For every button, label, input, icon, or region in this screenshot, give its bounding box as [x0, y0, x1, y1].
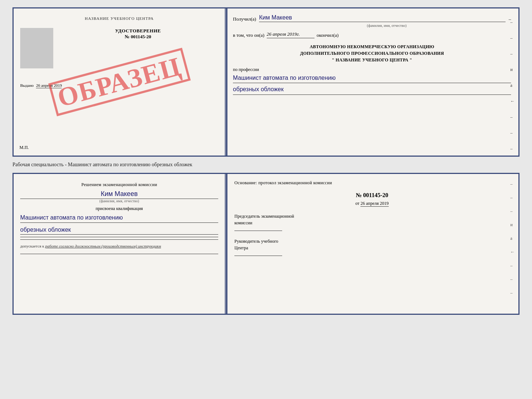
chairman-label2: комиссии: [234, 220, 510, 226]
head-label: Руководитель учебного: [234, 238, 510, 245]
qualification-value-1: Машинист автомата по изготовлению: [20, 213, 218, 223]
between-specialty-label: Рабочая специальность - Машинист автомат…: [12, 161, 520, 168]
issued-date: 26 апреля 2019: [36, 83, 62, 88]
recipient-name: Ким Макеев: [259, 14, 506, 22]
photo-placeholder: [20, 28, 53, 68]
fio-hint2: (фамилия, имя, отчество): [20, 199, 218, 203]
separator2: [20, 239, 218, 240]
cert-left-panel: НАЗВАНИЕ УЧЕБНОГО ЦЕНТРА УДОСТОВЕРЕНИЕ №…: [14, 8, 226, 156]
cert2-right-panel: Основание: протокол экзаменационной коми…: [226, 174, 518, 314]
cert-number: № 001145-20: [58, 34, 218, 40]
org-line2: ДОПОЛНИТЕЛЬНОГО ПРОФЕССИОНАЛЬНОГО ОБРАЗО…: [233, 50, 511, 57]
qualification-value-2: обрезных обложек: [20, 225, 218, 235]
certificate-bottom: Решением экзаменационной комиссии Ким Ма…: [12, 173, 520, 315]
допуск-prefix: допускается к: [20, 244, 44, 248]
commission-title: Решением экзаменационной комиссии: [20, 181, 218, 188]
head-label2: Центра: [234, 245, 510, 251]
osnova-title: Основание: протокол экзаменационной коми…: [234, 180, 510, 186]
cert-right-panel: Получил(а) Ким Макеев – (фамилия, имя, о…: [226, 8, 518, 156]
допуск-block: допускается к работе согласно должностны…: [20, 243, 218, 249]
certificate-top: НАЗВАНИЕ УЧЕБНОГО ЦЕНТРА УДОСТОВЕРЕНИЕ №…: [12, 7, 520, 157]
school-name-top: НАЗВАНИЕ УЧЕБНОГО ЦЕНТРА: [20, 16, 218, 21]
qualification-label: присвоена квалификация: [20, 206, 218, 211]
margin-indicators-bottom: – – – и а ← – – –: [510, 181, 515, 296]
head-block: Руководитель учебного Центра: [234, 238, 510, 258]
date-label: в том, что он(а): [233, 32, 265, 38]
profession-label: по профессии: [233, 67, 511, 72]
date-suffix: окончил(а): [317, 32, 339, 38]
cert-label: УДОСТОВЕРЕНИЕ: [58, 28, 218, 34]
org-line1: АВТОНОМНУЮ НЕКОММЕРЧЕСКУЮ ОРГАНИЗАЦИЮ: [233, 43, 511, 50]
protocol-date-prefix: от: [355, 201, 359, 206]
protocol-date-value: 26 апреля 2019: [360, 201, 388, 207]
chairman-block: Председатель экзаменационной комиссии: [234, 213, 510, 233]
separator3: [20, 254, 218, 254]
recipient-label: Получил(а): [233, 16, 256, 22]
issued-label: Выдано: [20, 83, 34, 88]
profession-value-line2: обрезных обложек: [233, 85, 511, 95]
protocol-date: от 26 апреля 2019: [234, 201, 510, 206]
chairman-sig-line: [234, 231, 282, 231]
head-sig-line: [234, 256, 282, 256]
допуск-italic: работе согласно должностным (производств…: [45, 244, 161, 248]
org-block: АВТОНОМНУЮ НЕКОММЕРЧЕСКУЮ ОРГАНИЗАЦИЮ ДО…: [233, 43, 511, 63]
cert2-left-panel: Решением экзаменационной комиссии Ким Ма…: [14, 174, 226, 314]
recipient-row: Получил(а) Ким Макеев –: [233, 14, 511, 22]
margin-indicators-top: – – – и а ← – – –: [510, 19, 515, 152]
profession-value-line1: Машинист автомата по изготовлению: [233, 74, 511, 83]
separator1: [20, 237, 218, 237]
org-line3: " НАЗВАНИЕ УЧЕБНОГО ЦЕНТРА ": [233, 57, 511, 63]
issued-line: Выдано 26 апреля 2019: [20, 83, 218, 88]
mp-label: М.П.: [19, 145, 29, 150]
chairman-label: Председатель экзаменационной: [234, 213, 510, 220]
date-value: 26 апреля 2019г.: [267, 31, 314, 38]
protocol-number: № 001145-20: [234, 192, 510, 199]
person-name-cursive: Ким Макеев: [20, 190, 218, 199]
fio-hint-top: (фамилия, имя, отчество): [262, 24, 511, 28]
date-row: в том, что он(а) 26 апреля 2019г. окончи…: [233, 31, 511, 38]
